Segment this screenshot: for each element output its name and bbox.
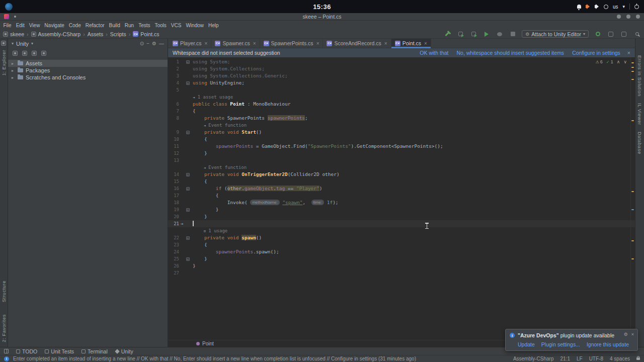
- menu-view[interactable]: View: [27, 23, 42, 28]
- maximize-button[interactable]: [626, 15, 630, 19]
- stripe-mark[interactable]: [631, 191, 634, 192]
- code-line-27[interactable]: 27: [168, 269, 635, 277]
- code-line-13[interactable]: 13: [168, 157, 635, 164]
- status-module[interactable]: Assembly-CSharp: [513, 356, 554, 361]
- code-line-12[interactable]: 12 }: [168, 150, 635, 157]
- code-line-7[interactable]: 7{: [168, 108, 635, 115]
- prev-problem-icon[interactable]: ∧: [617, 59, 620, 64]
- code-line-8[interactable]: 8 private SpawnerPoints spawnerPoints;: [168, 115, 635, 122]
- tool-window-explorer[interactable]: 1: Explorer: [1, 50, 7, 75]
- menu-run[interactable]: Run: [122, 23, 136, 28]
- debug-button[interactable]: [496, 30, 504, 38]
- status-message[interactable]: Enter completed an item instead of inser…: [13, 356, 509, 361]
- breadcrumb-Point.cs[interactable]: C#Point.cs: [133, 31, 159, 37]
- tree-item-Scratches and Consoles[interactable]: ▸Scratches and Consoles: [8, 74, 168, 81]
- fold-marker[interactable]: −: [185, 129, 191, 136]
- chevron-down-icon[interactable]: ▾: [31, 41, 33, 46]
- tab-Point.cs[interactable]: C#Point.cs×: [391, 39, 431, 48]
- inlay-hint[interactable]: Event function: [208, 165, 247, 170]
- tab-close-icon[interactable]: ×: [253, 41, 256, 46]
- menu-tests[interactable]: Tests: [136, 23, 152, 28]
- notification-action-ignore-this-update[interactable]: Ignore this update: [587, 341, 629, 347]
- stripe-mark[interactable]: [631, 120, 634, 121]
- inlay-hint[interactable]: 1 usage: [208, 228, 227, 233]
- code-line-2[interactable]: 2using System.Collections;: [168, 65, 635, 72]
- unity-connection-button[interactable]: [594, 30, 602, 38]
- code-line-26[interactable]: 26}: [168, 262, 635, 269]
- close-icon[interactable]: ×: [631, 332, 634, 337]
- minimize-button[interactable]: [617, 15, 621, 19]
- tool-window-grid-icon[interactable]: [4, 349, 9, 353]
- tab-Spawner.cs[interactable]: C#Spawner.cs×: [211, 39, 260, 48]
- inspections-widget[interactable]: ⚠ 6 ✓ 1 ∧ ∨: [595, 59, 627, 64]
- menu-help[interactable]: Help: [206, 23, 221, 28]
- stripe-mark[interactable]: [631, 71, 634, 72]
- stripe-mark[interactable]: [631, 67, 634, 68]
- chevron-down-icon[interactable]: ▾: [12, 41, 14, 46]
- banner-action[interactable]: No, whitespace should insert suggested i…: [457, 50, 565, 56]
- panel-view-selector[interactable]: Unity: [16, 41, 29, 47]
- network-icon[interactable]: [604, 5, 608, 9]
- menu-vcs[interactable]: VCS: [169, 23, 184, 28]
- project-tool-icon[interactable]: [1, 41, 6, 46]
- inlay-hint[interactable]: 1 asset usage: [198, 95, 233, 100]
- volume-icon[interactable]: [595, 5, 599, 8]
- code-line-6[interactable]: 6public class Point : MonoBehaviour: [168, 101, 635, 108]
- status-indent[interactable]: 4 spaces: [610, 356, 630, 361]
- tool-window-database[interactable]: Database: [637, 132, 642, 154]
- refresh-icon[interactable]: [41, 51, 46, 56]
- tab-ScoreAndRecord.cs[interactable]: C#ScoreAndRecord.cs×: [323, 39, 391, 48]
- tool-window-errors-in-solution[interactable]: Errors in Solution: [637, 55, 642, 97]
- code-line-18[interactable]: 18 Invoke( methodName: "spawn", time: 1f…: [168, 199, 635, 206]
- run-configuration-selector[interactable]: ⚙ Attach to Unity Editor ▾: [522, 30, 589, 38]
- tool-window-structure[interactable]: Structure: [1, 281, 7, 302]
- system-menu-icon[interactable]: [5, 3, 13, 11]
- code-line-25[interactable]: 25− }: [168, 255, 635, 262]
- status-caret-position[interactable]: 21:1: [560, 356, 570, 361]
- sort-icon[interactable]: [22, 51, 27, 56]
- fold-marker[interactable]: −: [185, 206, 191, 213]
- code-line-10[interactable]: 10 {: [168, 136, 635, 143]
- tool-window-favorites[interactable]: 2: Favorites: [1, 314, 7, 342]
- status-line-ending[interactable]: LF: [577, 356, 583, 361]
- tab-close-icon[interactable]: ×: [316, 41, 319, 46]
- profile-button[interactable]: [469, 30, 477, 38]
- notification-action-plugin-settings-[interactable]: Plugin settings...: [541, 341, 580, 347]
- status-encoding[interactable]: UTF-8: [589, 356, 603, 361]
- breadcrumb-Assembly-CSharp[interactable]: Assembly-CSharp: [31, 31, 81, 37]
- banner-close-icon[interactable]: ×: [627, 50, 630, 56]
- code-line-16[interactable]: 16− if (other.gameObject.tag == "Player"…: [168, 185, 635, 192]
- fold-marker[interactable]: −: [185, 234, 191, 241]
- expand-chevron-icon[interactable]: ▸: [12, 61, 15, 66]
- fold-marker[interactable]: −: [185, 171, 191, 178]
- search-everywhere-button[interactable]: [633, 30, 641, 38]
- tab-close-icon[interactable]: ×: [384, 41, 387, 46]
- fold-marker[interactable]: −: [185, 79, 191, 86]
- notification-action-update[interactable]: Update: [518, 341, 535, 347]
- tab-close-icon[interactable]: ×: [205, 41, 208, 46]
- tool-window-il-viewer[interactable]: IL Viewer: [637, 103, 642, 125]
- menu-window[interactable]: Window: [184, 23, 206, 28]
- code-line-9[interactable]: 9− private void Start(): [168, 129, 635, 136]
- code-line-17[interactable]: 17 {: [168, 192, 635, 199]
- attach-process-button[interactable]: [456, 30, 464, 38]
- menu-tools[interactable]: Tools: [152, 23, 169, 28]
- inlay-hint[interactable]: Event function: [208, 123, 247, 128]
- settings-icon[interactable]: ⚙: [624, 332, 628, 337]
- expand-chevron-icon[interactable]: ▸: [12, 75, 15, 80]
- menu-navigate[interactable]: Navigate: [42, 23, 66, 28]
- code-line-21[interactable]: 21→: [168, 220, 635, 227]
- view-options-icon[interactable]: [32, 51, 37, 56]
- tree-item-Assets[interactable]: ▸Assets: [8, 60, 168, 67]
- code-line-14[interactable]: 14− private void OnTriggerEnter2D(Collid…: [168, 171, 635, 178]
- tool-window-button-unity[interactable]: Unity: [115, 348, 133, 354]
- stop-button[interactable]: [509, 30, 517, 38]
- build-button[interactable]: [443, 30, 451, 38]
- fold-marker[interactable]: −: [185, 185, 191, 192]
- code-line-19[interactable]: 19− }: [168, 206, 635, 213]
- stripe-mark[interactable]: [631, 62, 634, 63]
- lock-icon[interactable]: [636, 357, 640, 360]
- tab-close-icon[interactable]: ×: [424, 41, 427, 46]
- tool-windows-button[interactable]: [607, 30, 615, 38]
- banner-action[interactable]: OK with that: [420, 50, 448, 56]
